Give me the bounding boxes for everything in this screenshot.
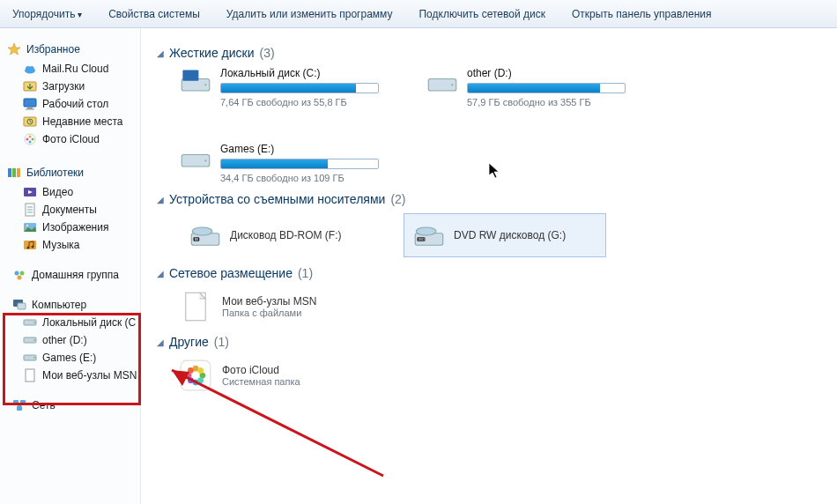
svg-rect-48 <box>182 70 198 80</box>
netloc-msn[interactable]: Мои веб-узлы MSN Папка с файлами <box>180 287 821 326</box>
hard-drive-icon <box>180 67 211 99</box>
usage-bar-fill <box>221 84 356 93</box>
downloads-icon <box>23 79 37 93</box>
open-control-panel-button[interactable]: Открыть панель управления <box>567 4 717 24</box>
network-icon <box>12 398 26 412</box>
file-icon <box>23 368 37 382</box>
hard-drive-icon <box>180 143 211 174</box>
svg-point-49 <box>204 84 206 85</box>
sidebar-item-label: Загрузки <box>42 80 85 93</box>
sidebar-item-icloud-photos[interactable]: Фото iCloud <box>7 130 137 148</box>
sidebar-item-desktop[interactable]: Рабочий стол <box>7 95 137 113</box>
organize-button[interactable]: Упорядочить <box>7 4 87 24</box>
section-other[interactable]: ◢ Другие (1) <box>157 335 821 349</box>
recent-icon <box>23 115 37 129</box>
sidebar-item-label: Локальный диск (C <box>42 316 136 329</box>
system-properties-button[interactable]: Свойства системы <box>103 4 205 24</box>
svg-text:BD: BD <box>195 238 199 241</box>
svg-point-70 <box>188 377 194 383</box>
sidebar-item-label: Изображения <box>42 221 108 233</box>
hard-drive-icon <box>426 67 458 99</box>
photos-icon <box>23 132 37 146</box>
sidebar-item-msn[interactable]: Мои веб-узлы MSN <box>7 367 137 384</box>
drive-dvd-rw[interactable]: DVD DVD RW дисковод (G:) <box>404 213 606 257</box>
libraries-icon <box>7 166 21 180</box>
content-pane: ◢ Жесткие диски (3) Локальный диск (C:) … <box>141 28 837 504</box>
section-title: Сетевое размещение <box>169 266 293 280</box>
drive-d[interactable]: other (D:) 57,9 ГБ свободно из 355 ГБ <box>426 67 638 107</box>
usage-bar-fill <box>468 84 600 93</box>
sidebar-item-network[interactable]: Сеть <box>7 397 137 414</box>
drive-icon <box>23 333 37 347</box>
optical-drive-icon: DVD <box>413 219 445 251</box>
svg-marker-0 <box>8 43 20 55</box>
svg-point-3 <box>30 66 34 70</box>
svg-point-14 <box>26 138 29 141</box>
drive-name: DVD RW дисковод (G:) <box>454 229 566 241</box>
collapse-icon: ◢ <box>157 337 164 347</box>
sidebar-item-label: Сеть <box>32 399 56 411</box>
svg-point-71 <box>188 367 194 374</box>
section-title: Жесткие диски <box>169 46 255 60</box>
svg-point-55 <box>192 227 212 235</box>
section-network-location[interactable]: ◢ Сетевое размещение (1) <box>157 266 821 280</box>
sidebar-item-pictures[interactable]: Изображения <box>7 219 137 236</box>
sidebar-item-documents[interactable]: Документы <box>7 201 137 219</box>
entry-name: Мои веб-узлы MSN <box>222 295 316 308</box>
photos-icon <box>180 359 211 391</box>
svg-text:DVD: DVD <box>418 238 426 241</box>
favorites-header[interactable]: Избранное <box>7 42 137 56</box>
sidebar-item-drive-e[interactable]: Games (E:) <box>7 349 137 367</box>
sidebar-item-recent[interactable]: Недавние места <box>7 113 137 130</box>
other-icloud-photos[interactable]: Фото iCloud Системная папка <box>180 356 821 395</box>
svg-point-25 <box>26 225 29 227</box>
drive-freespace: 7,64 ГБ свободно из 55,8 ГБ <box>220 97 391 107</box>
drive-name: other (D:) <box>467 67 638 79</box>
svg-rect-16 <box>12 168 16 177</box>
svg-point-53 <box>204 159 206 161</box>
svg-rect-42 <box>13 400 19 404</box>
svg-rect-44 <box>17 406 22 411</box>
sidebar-item-drive-c[interactable]: Локальный диск (C <box>7 314 137 331</box>
drive-c[interactable]: Локальный диск (C:) 7,64 ГБ свободно из … <box>180 67 391 107</box>
section-removable[interactable]: ◢ Устройства со съемными носителями (2) <box>157 192 821 206</box>
section-count: (1) <box>298 266 313 280</box>
svg-point-32 <box>18 276 22 280</box>
libraries-header[interactable]: Библиотеки <box>7 166 137 180</box>
svg-point-59 <box>416 227 436 235</box>
sidebar-item-label: Домашняя группа <box>32 269 119 281</box>
sidebar-item-mailru[interactable]: Mail.Ru Cloud <box>7 60 137 78</box>
sidebar-item-music[interactable]: Музыка <box>7 236 137 254</box>
section-hard-drives[interactable]: ◢ Жесткие диски (3) <box>157 46 821 60</box>
file-icon <box>180 291 211 322</box>
sidebar-item-computer[interactable]: Компьютер <box>7 296 137 314</box>
sidebar-item-downloads[interactable]: Загрузки <box>7 78 137 95</box>
navigation-pane: Избранное Mail.Ru Cloud Загрузки Рабочий… <box>0 28 141 504</box>
sidebar-item-label: Mail.Ru Cloud <box>42 63 108 75</box>
drive-freespace: 34,4 ГБ свободно из 109 ГБ <box>220 173 391 183</box>
sidebar-item-homegroup[interactable]: Домашняя группа <box>7 266 137 284</box>
drive-name: Локальный диск (C:) <box>220 67 391 79</box>
cursor-icon <box>489 163 500 179</box>
sidebar-item-videos[interactable]: Видео <box>7 183 137 201</box>
music-icon <box>23 238 37 252</box>
collapse-icon: ◢ <box>157 48 164 58</box>
map-network-drive-button[interactable]: Подключить сетевой диск <box>413 4 550 24</box>
drive-bd-rom[interactable]: BD Дисковод BD-ROM (F:) <box>180 213 382 257</box>
section-title: Устройства со съемными носителями <box>169 192 385 206</box>
collapse-icon: ◢ <box>157 269 164 278</box>
svg-rect-5 <box>24 99 36 107</box>
svg-point-51 <box>451 84 453 85</box>
svg-marker-74 <box>489 163 499 178</box>
sidebar-item-label: Видео <box>42 186 73 198</box>
uninstall-program-button[interactable]: Удалить или изменить программу <box>221 4 398 24</box>
video-icon <box>23 185 37 199</box>
drive-e[interactable]: Games (E:) 34,4 ГБ свободно из 109 ГБ <box>180 143 391 183</box>
sidebar-item-drive-d[interactable]: other (D:) <box>7 331 137 349</box>
svg-rect-6 <box>27 107 33 109</box>
svg-rect-17 <box>17 168 20 177</box>
sidebar-item-label: Музыка <box>42 239 79 251</box>
cloud-icon <box>23 62 37 76</box>
entry-name: Фото iCloud <box>222 364 300 376</box>
svg-point-40 <box>33 357 35 359</box>
